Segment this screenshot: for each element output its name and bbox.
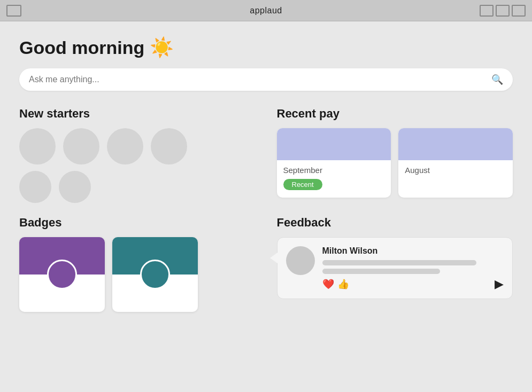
starter-avatar[interactable] xyxy=(63,128,99,164)
sun-icon: ☀️ xyxy=(150,36,174,59)
badge-circle-teal xyxy=(140,260,170,289)
pay-card-header xyxy=(398,128,513,160)
new-starters-section: New starters xyxy=(19,107,256,203)
recent-pay-title: Recent pay xyxy=(277,107,513,121)
title-bar: applaud xyxy=(0,0,532,21)
feedback-content: Milton Wilson ❤️ 👍 xyxy=(322,246,504,290)
starter-avatar[interactable] xyxy=(19,128,56,164)
badge-card-teal[interactable] xyxy=(112,237,198,312)
pay-cards: September Recent August xyxy=(277,128,513,198)
feedback-title: Feedback xyxy=(277,216,513,230)
starters-row-1 xyxy=(19,128,256,164)
pay-month: September xyxy=(283,166,322,175)
badge-cards xyxy=(19,237,256,312)
starter-avatar[interactable] xyxy=(107,128,143,164)
title-bar-right-controls xyxy=(480,5,526,17)
thumbsup-reaction[interactable]: 👍 xyxy=(337,278,349,290)
feedback-section: Feedback Milton Wilson ❤️ 👍 ▶ xyxy=(277,216,513,312)
pay-card-header xyxy=(277,128,391,160)
badge-card-purple[interactable] xyxy=(19,237,105,312)
pay-month: August xyxy=(405,166,430,175)
heart-reaction[interactable]: ❤️ xyxy=(322,278,334,290)
feedback-line-1 xyxy=(322,260,477,265)
app-title: applaud xyxy=(250,6,282,15)
maximize-btn[interactable] xyxy=(496,5,510,17)
search-input[interactable] xyxy=(29,75,491,84)
greeting-text: Good morning xyxy=(19,37,144,58)
badges-section: Badges xyxy=(19,216,256,312)
starters-grid xyxy=(19,128,256,203)
feedback-user-name: Milton Wilson xyxy=(322,246,504,256)
starter-avatar[interactable] xyxy=(59,171,91,203)
starter-avatar[interactable] xyxy=(151,128,187,164)
starter-avatar[interactable] xyxy=(19,171,51,203)
feedback-avatar xyxy=(286,246,315,275)
search-bar[interactable]: 🔍 xyxy=(19,68,513,91)
pay-card-august[interactable]: August xyxy=(398,128,513,198)
two-col-layout: New starters Recent pay xyxy=(19,107,513,312)
recent-pay-section: Recent pay September Recent August xyxy=(277,107,513,203)
pay-card-september[interactable]: September Recent xyxy=(277,128,391,198)
cursor-icon: ▶ xyxy=(495,277,504,291)
badges-title: Badges xyxy=(19,216,256,230)
starters-row-2 xyxy=(19,171,256,203)
new-starters-title: New starters xyxy=(19,107,256,121)
main-content: Good morning ☀️ 🔍 New starters xyxy=(0,21,532,392)
close-btn[interactable] xyxy=(512,5,526,17)
title-bar-left-btn[interactable] xyxy=(6,5,21,17)
recent-badge[interactable]: Recent xyxy=(283,179,322,190)
search-icon: 🔍 xyxy=(491,74,503,85)
minimize-btn[interactable] xyxy=(480,5,494,17)
pay-card-body: September Recent xyxy=(277,160,391,198)
feedback-line-2 xyxy=(322,269,441,274)
greeting-section: Good morning ☀️ xyxy=(19,36,513,59)
pay-card-body: August xyxy=(398,160,513,182)
feedback-reactions: ❤️ 👍 xyxy=(322,278,504,290)
badge-circle-purple xyxy=(47,260,77,289)
feedback-card[interactable]: Milton Wilson ❤️ 👍 ▶ xyxy=(277,237,513,299)
